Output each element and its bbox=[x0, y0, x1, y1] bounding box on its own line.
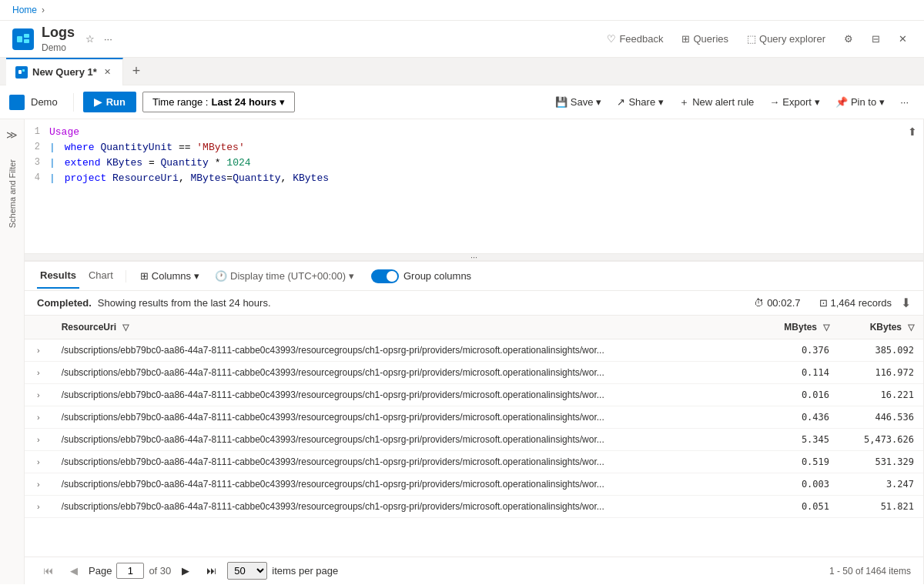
layout-button[interactable]: ⊟ bbox=[867, 30, 885, 48]
settings-button[interactable]: ⚙ bbox=[839, 30, 858, 48]
row-mbytes: 0.114 bbox=[762, 362, 839, 384]
row-kbytes: 116.972 bbox=[839, 362, 923, 384]
query-explorer-button[interactable]: ⬚ Query explorer bbox=[742, 30, 830, 48]
row-kbytes: 446.536 bbox=[839, 406, 923, 429]
row-kbytes: 5,473.626 bbox=[839, 429, 923, 451]
items-per-page-label: items per page bbox=[272, 565, 338, 577]
row-expand-button[interactable]: › bbox=[34, 344, 43, 356]
query-time: ⏱ 00:02.7 bbox=[754, 297, 800, 309]
new-alert-button[interactable]: ＋ New alert rule bbox=[673, 92, 760, 113]
table-row: › /subscriptions/ebb79bc0-aa86-44a7-8111… bbox=[25, 406, 923, 429]
pin-button[interactable]: 📌 Pin to ▾ bbox=[829, 92, 891, 112]
side-panel-expand-button[interactable]: ≫ bbox=[3, 125, 21, 144]
favorite-button[interactable]: ☆ bbox=[81, 30, 99, 48]
code-editor[interactable]: ⬆ 1 Usage 2 | where QuantityUnit == 'MBy… bbox=[25, 119, 923, 253]
row-expand-button[interactable]: › bbox=[34, 433, 43, 446]
time-range-button[interactable]: Time range : Last 24 hours ▾ bbox=[142, 92, 295, 112]
app-header: Logs Demo ☆ ··· ♡ Feedback ⊞ Queries ⬚ Q… bbox=[0, 21, 924, 58]
next-page-button[interactable]: ▶ bbox=[176, 562, 196, 580]
row-expand-button[interactable]: › bbox=[34, 456, 43, 468]
row-expand-button[interactable]: › bbox=[34, 478, 43, 490]
add-tab-button[interactable]: + bbox=[126, 62, 147, 81]
tab-results[interactable]: Results bbox=[37, 263, 79, 289]
row-mbytes: 0.051 bbox=[762, 496, 839, 518]
page-input[interactable] bbox=[116, 563, 144, 579]
feedback-button[interactable]: ♡ Feedback bbox=[602, 30, 668, 48]
row-expand-button[interactable]: › bbox=[34, 389, 43, 401]
header-actions: ♡ Feedback ⊞ Queries ⬚ Query explorer ⚙ … bbox=[602, 30, 912, 48]
row-uri: /subscriptions/ebb79bc0-aa86-44a7-8111-c… bbox=[52, 451, 762, 473]
th-resource-uri-label: ResourceUri bbox=[62, 322, 116, 333]
results-table: ResourceUri ▽ MBytes ▽ bbox=[25, 316, 923, 518]
page-size-select[interactable]: 50 100 200 bbox=[227, 562, 267, 580]
results-table-container: ResourceUri ▽ MBytes ▽ bbox=[25, 316, 923, 557]
th-kbytes-label: KBytes bbox=[870, 322, 902, 333]
tab-icon bbox=[15, 66, 28, 79]
first-page-button[interactable]: ⏮ bbox=[37, 562, 59, 580]
svg-rect-4 bbox=[22, 69, 25, 72]
more-actions-button[interactable]: ··· bbox=[894, 92, 915, 112]
columns-button[interactable]: ⊞ Columns ▾ bbox=[136, 267, 204, 285]
row-expand-cell: › bbox=[25, 339, 52, 362]
kbytes-filter-icon[interactable]: ▽ bbox=[908, 323, 914, 333]
tabs-bar: New Query 1* ✕ + bbox=[0, 58, 924, 85]
more-options-button[interactable]: ··· bbox=[99, 30, 117, 48]
page-info: 1 - 50 of 1464 items bbox=[829, 566, 911, 577]
side-panel-label: Schema and Filter bbox=[8, 159, 17, 228]
row-uri: /subscriptions/ebb79bc0-aa86-44a7-8111-c… bbox=[52, 473, 762, 496]
tab-chart[interactable]: Chart bbox=[85, 263, 116, 289]
tab-close-button[interactable]: ✕ bbox=[102, 66, 113, 78]
toolbar-actions: 💾 Save ▾ ↗ Share ▾ ＋ New alert rule → Ex… bbox=[549, 92, 915, 113]
row-expand-button[interactable]: › bbox=[34, 366, 43, 379]
run-button[interactable]: ▶ Run bbox=[83, 92, 136, 112]
group-columns-toggle[interactable] bbox=[371, 269, 399, 283]
line-content-1: Usage bbox=[49, 126, 79, 138]
page-label: Page bbox=[89, 565, 112, 577]
workspace-icon bbox=[9, 95, 25, 110]
export-chevron-icon: ▾ bbox=[815, 96, 820, 108]
svg-rect-3 bbox=[18, 70, 22, 74]
line-content-3: | extend KBytes = Quantity * 1024 bbox=[49, 157, 251, 169]
th-resource-uri: ResourceUri ▽ bbox=[52, 316, 762, 339]
query-tab[interactable]: New Query 1* ✕ bbox=[6, 58, 123, 85]
toggle-knob bbox=[387, 271, 397, 282]
results-tbody: › /subscriptions/ebb79bc0-aa86-44a7-8111… bbox=[25, 339, 923, 518]
display-time-button[interactable]: 🕐 Display time (UTC+00:00) ▾ bbox=[210, 267, 359, 285]
breadcrumb-home[interactable]: Home bbox=[12, 5, 37, 15]
clock-icon: 🕐 bbox=[215, 270, 227, 282]
expand-all-button[interactable]: ⬇ bbox=[901, 296, 911, 310]
resource-uri-filter-icon[interactable]: ▽ bbox=[122, 323, 129, 333]
editor-collapse-button[interactable]: ⬆ bbox=[908, 125, 917, 138]
main-content: ≫ Schema and Filter ⬆ 1 Usage 2 | where … bbox=[0, 119, 924, 584]
group-columns-toggle-container: Group columns bbox=[371, 269, 471, 283]
share-chevron-icon: ▾ bbox=[658, 96, 664, 108]
row-expand-button[interactable]: › bbox=[34, 411, 43, 423]
last-page-button[interactable]: ⏭ bbox=[200, 562, 223, 580]
results-tab-divider bbox=[126, 270, 126, 282]
svg-rect-0 bbox=[17, 36, 22, 42]
svg-rect-1 bbox=[24, 34, 29, 38]
records-count: ⊡ 1,464 records bbox=[819, 297, 892, 309]
mbytes-filter-icon[interactable]: ▽ bbox=[823, 323, 829, 333]
editor-area: ⬆ 1 Usage 2 | where QuantityUnit == 'MBy… bbox=[25, 119, 924, 584]
layout-icon: ⊟ bbox=[872, 33, 880, 45]
row-expand-cell: › bbox=[25, 362, 52, 384]
share-button[interactable]: ↗ Share ▾ bbox=[611, 92, 670, 112]
row-mbytes: 0.376 bbox=[762, 339, 839, 362]
close-icon: ✕ bbox=[899, 33, 907, 45]
save-button[interactable]: 💾 Save ▾ bbox=[549, 92, 608, 112]
th-expand bbox=[25, 316, 52, 339]
queries-button[interactable]: ⊞ Queries bbox=[677, 30, 733, 48]
prev-page-button[interactable]: ◀ bbox=[64, 562, 84, 580]
side-panel: ≫ Schema and Filter bbox=[0, 119, 25, 584]
time-range-value: Last 24 hours bbox=[211, 96, 276, 108]
editor-line-3: 3 | extend KBytes = Quantity * 1024 bbox=[25, 156, 923, 172]
results-area: Results Chart ⊞ Columns ▾ 🕐 Display time… bbox=[25, 261, 923, 584]
editor-line-4: 4 | project ResourceUri, MBytes=Quantity… bbox=[25, 172, 923, 187]
row-expand-button[interactable]: › bbox=[34, 500, 43, 513]
editor-resize-handle[interactable]: ··· bbox=[25, 253, 923, 261]
close-button[interactable]: ✕ bbox=[894, 30, 912, 48]
row-mbytes: 0.003 bbox=[762, 473, 839, 496]
row-expand-cell: › bbox=[25, 384, 52, 406]
export-button[interactable]: → Export ▾ bbox=[763, 92, 826, 112]
